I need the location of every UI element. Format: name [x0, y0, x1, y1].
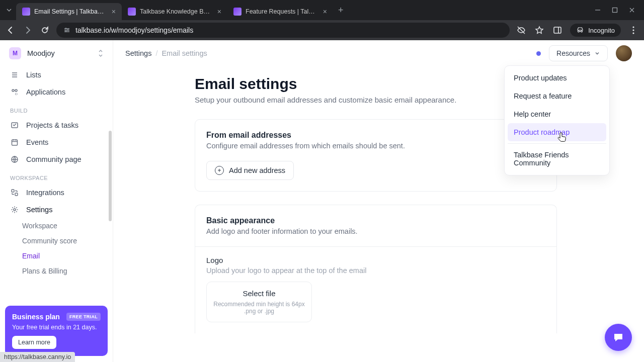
incognito-icon: [576, 26, 584, 34]
dropdown-item-help-center[interactable]: Help center: [508, 105, 606, 123]
card-subtitle: Add logo and footer information to your …: [206, 227, 545, 235]
svg-rect-2: [554, 27, 561, 33]
dropdown-item-product-updates[interactable]: Product updates: [508, 69, 606, 87]
incognito-badge[interactable]: Incognito: [570, 24, 621, 37]
sidebar-sub-community-score[interactable]: Community score: [0, 233, 113, 248]
file-upload-dropzone[interactable]: Select file Recommended min height is 64…: [206, 282, 312, 322]
breadcrumb-root[interactable]: Settings: [125, 49, 151, 57]
integrations-icon: [10, 188, 19, 197]
browser-tab-0[interactable]: Email Settings | Talkbase.io ×: [16, 3, 122, 20]
chat-fab-button[interactable]: [605, 324, 632, 351]
side-panel-icon[interactable]: [552, 25, 563, 36]
address-bar[interactable]: talkbase.io/w/moodjoy/settings/emails: [56, 23, 510, 38]
bookmark-star-icon[interactable]: [534, 25, 545, 36]
incognito-label: Incognito: [588, 27, 615, 34]
sidebar-item-settings[interactable]: Settings: [0, 201, 113, 218]
add-address-button[interactable]: + Add new address: [206, 161, 294, 180]
tab-title: Email Settings | Talkbase.io: [34, 8, 106, 15]
sidebar-sub-plans-billing[interactable]: Plans & Billing: [0, 263, 113, 279]
resources-dropdown-button[interactable]: Resources: [549, 45, 608, 61]
breadcrumb-current: Email settings: [162, 49, 207, 57]
main-area: Settings / Email settings Resources Prod…: [113, 40, 644, 362]
sidebar-item-applications[interactable]: Applications: [0, 83, 113, 101]
close-tab-icon[interactable]: ×: [217, 8, 221, 16]
notification-dot-icon[interactable]: [536, 51, 541, 56]
svg-point-14: [14, 209, 16, 211]
sidebar-item-projects[interactable]: Projects & tasks: [0, 117, 113, 134]
projects-icon: [10, 121, 19, 130]
site-settings-icon[interactable]: [63, 27, 70, 34]
svg-point-4: [632, 26, 634, 28]
sidebar-sub-workspace[interactable]: Workspace: [0, 218, 113, 233]
resources-label: Resources: [556, 49, 590, 57]
browser-menu-icon[interactable]: [628, 25, 639, 36]
sidebar-label: Lists: [26, 71, 41, 79]
tab-search-dropdown[interactable]: [4, 5, 14, 15]
close-tab-icon[interactable]: ×: [112, 8, 116, 16]
sidebar-sub-email[interactable]: Email: [0, 248, 113, 263]
sidebar-label: Events: [26, 138, 48, 146]
card-title: Basic appearance: [206, 216, 545, 225]
svg-rect-10: [12, 140, 18, 145]
close-tab-icon[interactable]: ×: [323, 8, 327, 16]
svg-rect-12: [12, 190, 14, 192]
promo-card: Business plan FREE TRIAL Your free trial…: [5, 306, 108, 356]
sidebar-section-build: BUILD: [0, 101, 113, 117]
promo-subtitle: Your free trial ends in 21 days.: [12, 324, 101, 331]
back-button[interactable]: [5, 25, 16, 36]
url-text: talkbase.io/w/moodjoy/settings/emails: [75, 26, 193, 34]
settings-icon: [10, 205, 19, 214]
workspace-initial: M: [9, 47, 21, 59]
close-window-icon[interactable]: [628, 6, 636, 14]
maximize-window-icon[interactable]: [611, 6, 619, 14]
add-address-label: Add new address: [229, 166, 285, 174]
chevron-down-icon: [594, 50, 600, 56]
new-tab-button[interactable]: +: [333, 5, 349, 16]
svg-point-7: [12, 89, 14, 92]
dropdown-item-friends-community[interactable]: Talkbase Friends Community: [508, 146, 606, 172]
reload-button[interactable]: [39, 25, 50, 36]
promo-learn-more-button[interactable]: Learn more: [12, 336, 56, 349]
breadcrumb-separator: /: [155, 49, 157, 57]
svg-point-8: [15, 89, 17, 92]
minimize-window-icon[interactable]: [594, 6, 602, 14]
chevron-updown-icon: [98, 49, 104, 57]
file-rec-2: .png or .jpg: [213, 308, 305, 315]
breadcrumb: Settings / Email settings: [125, 49, 207, 57]
user-avatar[interactable]: [616, 45, 632, 61]
promo-title: Business plan: [12, 313, 60, 321]
browser-tab-1[interactable]: Talkbase Knowledge Base ×: [122, 3, 227, 20]
sidebar-item-community-page[interactable]: Community page: [0, 151, 113, 168]
svg-point-6: [632, 32, 634, 34]
browser-toolbar: talkbase.io/w/moodjoy/settings/emails In…: [0, 20, 644, 40]
eye-off-icon[interactable]: [516, 25, 527, 36]
select-file-label: Select file: [213, 289, 305, 298]
list-icon: [10, 70, 19, 79]
dropdown-item-product-roadmap[interactable]: Product roadmap: [508, 123, 606, 141]
browser-tab-2[interactable]: Feature Requests | Talkbase ×: [227, 3, 333, 20]
file-rec-1: Recommended min height is 64px: [213, 301, 305, 308]
card-title: From email addresses: [206, 131, 545, 140]
sidebar-label: Projects & tasks: [26, 121, 78, 129]
favicon-icon: [128, 8, 136, 16]
workspace-switcher[interactable]: M Moodjoy: [0, 40, 113, 66]
dropdown-item-request-feature[interactable]: Request a feature: [508, 87, 606, 105]
browser-tab-strip: Email Settings | Talkbase.io × Talkbase …: [0, 0, 644, 20]
sidebar-label: Applications: [26, 88, 65, 96]
sidebar-item-lists[interactable]: Lists: [0, 66, 113, 83]
sidebar-item-integrations[interactable]: Integrations: [0, 184, 113, 201]
calendar-icon: [10, 138, 19, 147]
resources-dropdown-menu: Product updates Request a feature Help c…: [504, 65, 610, 175]
sidebar-item-events[interactable]: Events: [0, 134, 113, 151]
forward-button[interactable]: [22, 25, 33, 36]
apps-icon: [10, 87, 19, 97]
workspace-name: Moodjoy: [27, 49, 92, 57]
sidebar-scrollbar[interactable]: [109, 131, 112, 221]
card-subtitle: Configure email addresses from which ema…: [206, 142, 545, 150]
tab-title: Feature Requests | Talkbase: [246, 8, 317, 15]
sidebar: M Moodjoy Lists Applications BUILD Proje…: [0, 40, 113, 362]
sidebar-section-workspace: WORKSPACE: [0, 168, 113, 184]
sidebar-label: Community page: [26, 155, 82, 163]
logo-label: Logo: [206, 256, 545, 264]
chat-icon: [612, 331, 625, 344]
